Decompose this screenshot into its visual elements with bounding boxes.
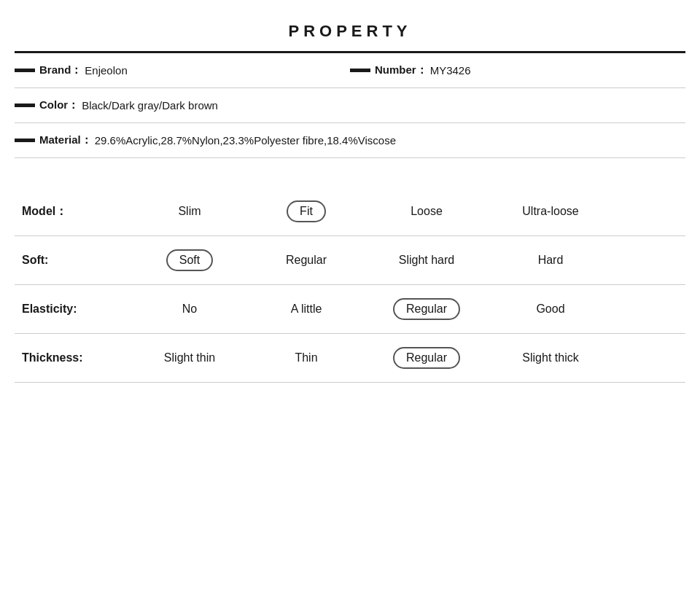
material-label: Material： <box>39 133 92 147</box>
soft-hard: Hard <box>538 254 564 267</box>
thickness-slightthin: Slight thin <box>164 351 215 364</box>
thickness-regular: Regular <box>393 347 460 369</box>
number-col: Number： MY3426 <box>350 63 685 77</box>
number-dash <box>350 69 370 72</box>
elasticity-label-cell: Elasticity: <box>15 303 131 316</box>
material-dash <box>15 139 35 142</box>
model-fit: Fit <box>287 200 326 222</box>
color-dash <box>15 104 35 107</box>
title-section: PROPERTY <box>15 0 685 47</box>
soft-slighthard: Slight hard <box>399 254 455 267</box>
model-slim: Slim <box>178 205 201 218</box>
model-loose-cell: Loose <box>365 205 489 218</box>
soft-slighthard-cell: Slight hard <box>365 254 489 267</box>
brand-number-row: Brand： Enjeolon Number： MY3426 <box>15 53 685 88</box>
model-label-cell: Model： <box>15 204 131 219</box>
number-label: Number： <box>375 63 427 77</box>
page-title: PROPERTY <box>15 22 685 41</box>
brand-dash <box>15 69 35 72</box>
model-ultraloose-cell: Ultra-loose <box>489 205 612 218</box>
material-row: Material： 29.6%Acrylic,28.7%Nylon,23.3%P… <box>15 123 685 158</box>
elasticity-good-cell: Good <box>489 303 612 316</box>
elasticity-no: No <box>182 303 197 316</box>
thickness-row: Thickness: Slight thin Thin Regular Slig… <box>15 334 685 383</box>
thickness-label-cell: Thickness: <box>15 351 131 364</box>
elasticity-no-cell: No <box>131 303 248 316</box>
elasticity-regular-cell: Regular <box>365 298 489 320</box>
soft-row: Soft: Soft Regular Slight hard Hard <box>15 236 685 285</box>
thickness-slightthick: Slight thick <box>522 351 578 364</box>
thickness-thin-cell: Thin <box>248 351 365 364</box>
model-loose: Loose <box>411 205 443 218</box>
model-slim-cell: Slim <box>131 205 248 218</box>
model-ultraloose: Ultra-loose <box>522 205 578 218</box>
soft-soft: Soft <box>166 249 213 271</box>
model-fit-cell: Fit <box>248 200 365 222</box>
color-value: Black/Dark gray/Dark brown <box>82 99 218 112</box>
brand-value: Enjeolon <box>85 64 127 77</box>
soft-hard-cell: Hard <box>489 254 612 267</box>
elasticity-row: Elasticity: No A little Regular Good <box>15 285 685 334</box>
elasticity-regular: Regular <box>393 298 460 320</box>
thickness-label: Thickness: <box>15 351 83 364</box>
soft-regular-cell: Regular <box>248 254 365 267</box>
color-row: Color： Black/Dark gray/Dark brown <box>15 88 685 123</box>
model-label: Model： <box>15 204 67 219</box>
thickness-slightthick-cell: Slight thick <box>489 351 612 364</box>
soft-label: Soft: <box>15 254 48 267</box>
brand-col: Brand： Enjeolon <box>15 63 350 77</box>
soft-regular: Regular <box>286 254 327 267</box>
material-value: 29.6%Acrylic,28.7%Nylon,23.3%Polyester f… <box>95 134 396 147</box>
color-label: Color： <box>39 98 79 112</box>
elasticity-label: Elasticity: <box>15 303 77 316</box>
soft-label-cell: Soft: <box>15 254 131 267</box>
chars-section: Model： Slim Fit Loose Ultra-loose Soft: … <box>15 187 685 383</box>
soft-soft-cell: Soft <box>131 249 248 271</box>
elasticity-alittle: A little <box>291 303 322 316</box>
elasticity-alittle-cell: A little <box>248 303 365 316</box>
thickness-thin: Thin <box>295 351 317 364</box>
number-value: MY3426 <box>430 64 471 77</box>
thickness-regular-cell: Regular <box>365 347 489 369</box>
model-row: Model： Slim Fit Loose Ultra-loose <box>15 187 685 236</box>
elasticity-good: Good <box>536 303 564 316</box>
brand-label: Brand： <box>39 63 82 77</box>
thickness-slightthin-cell: Slight thin <box>131 351 248 364</box>
page: PROPERTY Brand： Enjeolon Number： MY3426 … <box>0 0 700 589</box>
